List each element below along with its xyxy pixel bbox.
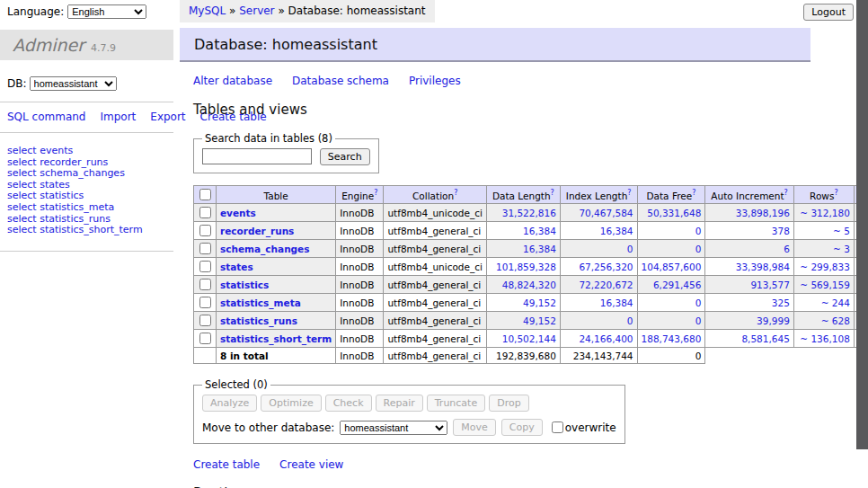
- table-operation-button[interactable]: Analyze: [202, 395, 257, 412]
- data-length-cell[interactable]: 101,859,328: [486, 258, 560, 276]
- create-view-link[interactable]: Create view: [279, 458, 343, 471]
- row-checkbox[interactable]: [199, 207, 211, 218]
- data-free-cell[interactable]: 104,857,600: [637, 258, 705, 276]
- data-free-cell[interactable]: 0: [637, 312, 705, 330]
- db-select[interactable]: homeassistant: [30, 76, 117, 91]
- help-icon[interactable]: ?: [784, 189, 788, 197]
- row-checkbox[interactable]: [199, 315, 211, 326]
- index-length-cell[interactable]: 0: [560, 312, 637, 330]
- sidebar-select-table-link[interactable]: select statistics: [7, 190, 84, 201]
- row-checkbox[interactable]: [199, 225, 211, 236]
- row-checkbox[interactable]: [199, 333, 211, 344]
- index-length-cell[interactable]: 24,166,400: [560, 330, 637, 348]
- rows-count-cell[interactable]: ~ 244: [793, 294, 854, 312]
- row-checkbox[interactable]: [199, 279, 211, 290]
- table-name-link[interactable]: schema_changes: [220, 244, 310, 254]
- move-copy-button[interactable]: Copy: [501, 419, 543, 436]
- index-length-cell[interactable]: 16,384: [560, 222, 637, 240]
- index-length-cell[interactable]: 16,384: [560, 294, 637, 312]
- sidebar-select-table-link[interactable]: select statistics_meta: [7, 201, 114, 213]
- sidebar-select-table-link[interactable]: select statistics_short_term: [7, 224, 143, 235]
- data-free-cell[interactable]: 0: [637, 294, 705, 312]
- vertical-scrollbar[interactable]: [856, 0, 868, 488]
- help-icon[interactable]: ?: [454, 189, 457, 197]
- sidebar-select-table-link[interactable]: select events: [7, 145, 73, 156]
- table-name-link[interactable]: events: [220, 208, 256, 218]
- language-select[interactable]: English: [67, 4, 146, 19]
- auto-increment-cell[interactable]: 913,577: [705, 276, 794, 294]
- auto-increment-cell[interactable]: 325: [705, 294, 794, 312]
- table-operation-button[interactable]: Truncate: [427, 395, 485, 412]
- search-button[interactable]: Search: [320, 148, 370, 165]
- data-length-cell[interactable]: 16,384: [486, 222, 560, 240]
- sidebar-link-import[interactable]: Import: [100, 111, 136, 123]
- data-free-cell[interactable]: 50,331,648: [637, 204, 705, 222]
- table-name-link[interactable]: statistics_short_term: [220, 333, 332, 344]
- help-icon[interactable]: ?: [834, 189, 837, 197]
- data-length-cell[interactable]: 48,824,320: [486, 276, 560, 294]
- table-operation-button[interactable]: Check: [325, 395, 372, 412]
- overwrite-checkbox[interactable]: [552, 421, 563, 433]
- auto-increment-cell[interactable]: 39,999: [705, 312, 794, 330]
- index-length-cell[interactable]: 70,467,584: [560, 204, 637, 222]
- logout-button[interactable]: Logout: [803, 4, 854, 21]
- table-name-link[interactable]: statistics_meta: [220, 297, 301, 308]
- privileges-link[interactable]: Privileges: [409, 75, 461, 87]
- rows-count-cell[interactable]: ~ 5: [793, 222, 854, 240]
- table-name-link[interactable]: recorder_runs: [220, 226, 294, 236]
- rows-count-cell[interactable]: ~ 136,108: [793, 330, 854, 348]
- data-length-cell[interactable]: 16,384: [486, 240, 560, 258]
- row-checkbox-cell: [194, 294, 217, 312]
- data-length-cell[interactable]: 49,152: [486, 294, 560, 312]
- scrollbar-thumb[interactable]: [856, 0, 868, 449]
- rows-count-cell[interactable]: ~ 569,159: [793, 276, 854, 294]
- rows-count-cell[interactable]: ~ 628: [793, 312, 854, 330]
- alter-database-link[interactable]: Alter database: [193, 75, 272, 87]
- auto-increment-cell[interactable]: 378: [705, 222, 794, 240]
- sidebar-link-sql-command[interactable]: SQL command: [7, 111, 85, 123]
- sidebar-select-table-link[interactable]: select recorder_runs: [7, 156, 108, 168]
- data-free-cell[interactable]: 6,291,456: [637, 276, 705, 294]
- breadcrumb-server-link[interactable]: Server: [239, 4, 274, 17]
- breadcrumb-current: Database: homeassistant: [288, 4, 426, 17]
- data-length-cell[interactable]: 31,522,816: [486, 204, 560, 222]
- table-name-link[interactable]: statistics_runs: [220, 315, 297, 326]
- help-icon[interactable]: ?: [551, 189, 554, 197]
- table-operation-button[interactable]: Repair: [376, 395, 423, 412]
- move-database-select[interactable]: homeassistant: [340, 421, 447, 435]
- row-checkbox[interactable]: [199, 261, 211, 272]
- sidebar-select-table-link[interactable]: select schema_changes: [7, 167, 125, 179]
- table-name-link[interactable]: statistics: [220, 279, 269, 290]
- auto-increment-cell[interactable]: 33,898,196: [705, 204, 794, 222]
- search-input[interactable]: [202, 148, 312, 164]
- data-length-cell[interactable]: 10,502,144: [486, 330, 560, 348]
- select-all-checkbox[interactable]: [199, 189, 211, 200]
- row-checkbox[interactable]: [199, 243, 211, 254]
- table-name-link[interactable]: states: [220, 262, 253, 272]
- data-free-cell[interactable]: 188,743,680: [637, 330, 705, 348]
- breadcrumb-mysql-link[interactable]: MySQL: [189, 4, 226, 17]
- help-icon[interactable]: ?: [374, 189, 377, 197]
- index-length-cell[interactable]: 0: [560, 240, 637, 258]
- help-icon[interactable]: ?: [627, 189, 631, 197]
- database-schema-link[interactable]: Database schema: [292, 75, 389, 87]
- index-length-cell[interactable]: 67,256,320: [560, 258, 637, 276]
- data-length-cell[interactable]: 49,152: [486, 312, 560, 330]
- table-operation-button[interactable]: Drop: [489, 395, 528, 412]
- index-length-cell[interactable]: 72,220,672: [560, 276, 637, 294]
- sidebar-select-table-link[interactable]: select states: [7, 179, 70, 191]
- move-copy-button[interactable]: Move: [453, 419, 496, 436]
- data-free-cell[interactable]: 0: [637, 240, 705, 258]
- auto-increment-cell[interactable]: 33,398,984: [705, 258, 794, 276]
- data-free-cell[interactable]: 0: [637, 222, 705, 240]
- sidebar-select-table-link[interactable]: select statistics_runs: [7, 213, 111, 225]
- help-icon[interactable]: ?: [692, 189, 695, 197]
- table-operation-button[interactable]: Optimize: [261, 395, 321, 412]
- auto-increment-cell[interactable]: 6: [705, 240, 794, 258]
- row-checkbox[interactable]: [199, 297, 211, 308]
- rows-count-cell[interactable]: ~ 3: [793, 240, 854, 258]
- rows-count-cell[interactable]: ~ 312,180: [793, 204, 854, 222]
- create-table-link[interactable]: Create table: [193, 458, 260, 471]
- auto-increment-cell[interactable]: 8,581,645: [705, 330, 794, 348]
- rows-count-cell[interactable]: ~ 299,833: [793, 258, 854, 276]
